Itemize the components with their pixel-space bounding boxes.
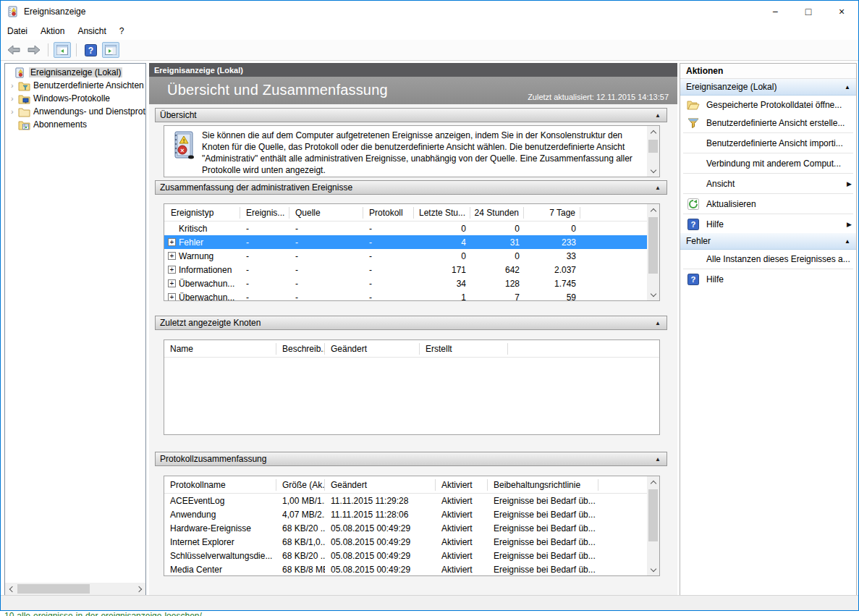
table-row[interactable]: +Überwachun... - - - 1 7 59 [164, 290, 659, 301]
column-header[interactable]: Aktiviert [436, 479, 488, 491]
tree-item-windows-protokolle[interactable]: › Windows-Protokolle [5, 92, 145, 105]
windows-logs-folder-icon [18, 93, 30, 104]
admin-summary-table: Ereignistyp Ereignis... Quelle Protokoll… [164, 203, 660, 301]
column-header[interactable]: Beibehaltungsrichtlinie [488, 479, 598, 491]
minimize-button[interactable]: − [758, 1, 792, 22]
scroll-down-icon[interactable] [647, 164, 659, 177]
scrollbar-thumb[interactable] [648, 140, 658, 153]
tree-horizontal-scrollbar[interactable] [5, 583, 145, 595]
column-header[interactable]: Geändert [325, 479, 436, 491]
actions-group-header-ereignisanzeige[interactable]: Ereignisanzeige (Lokal) ▲ [680, 79, 856, 96]
table-row[interactable]: Internet Explorer 68 KB/1,0... 05.08.201… [164, 535, 659, 549]
expand-icon[interactable]: + [168, 293, 176, 301]
close-button[interactable]: × [825, 1, 858, 22]
scrollbar-thumb[interactable] [648, 217, 658, 274]
table-row[interactable]: Hardware-Ereignisse 68 KB/20 ... 05.08.2… [164, 521, 659, 535]
menu-ansicht[interactable]: Ansicht [71, 24, 112, 38]
action-show-all-instances[interactable]: Alle Instanzen dieses Ereignisses a... [680, 250, 856, 268]
expand-icon[interactable]: + [168, 238, 176, 246]
scroll-up-icon[interactable] [647, 476, 659, 489]
tree-expander-icon[interactable]: › [11, 81, 18, 90]
table-row[interactable]: Anwendung 4,07 MB/2... 11.11.2015 11:28:… [164, 507, 659, 521]
action-help-fehler[interactable]: ? Hilfe [680, 270, 856, 288]
action-open-saved-log[interactable]: Gespeicherte Protokolldatei öffne... [680, 96, 856, 114]
collapse-icon[interactable]: ▲ [655, 320, 662, 326]
forward-button[interactable] [25, 42, 43, 58]
tree-item-ereignisanzeige-lokal[interactable]: › Ereignisanzeige (Lokal) [5, 66, 145, 79]
scroll-down-icon[interactable] [647, 563, 659, 575]
cell: Ereignisse bei Bedarf üb... [488, 537, 598, 547]
action-refresh[interactable]: Aktualisieren [680, 195, 856, 213]
tree-item-abonnements[interactable]: Abonnements [5, 118, 145, 131]
tree-expander-icon[interactable]: › [11, 94, 18, 103]
help-toolbar-button[interactable]: ? [82, 42, 99, 58]
menu-aktion[interactable]: Aktion [34, 24, 71, 38]
column-header[interactable]: Name [164, 343, 276, 355]
expand-icon[interactable]: + [168, 279, 176, 287]
scroll-right-icon[interactable] [133, 583, 145, 595]
recent-nodes-section-header[interactable]: Zuletzt angezeigte Knoten ▲ [155, 316, 667, 330]
scroll-left-icon[interactable] [5, 583, 17, 595]
log-summary-section-header[interactable]: Protokollzusammenfassung ▲ [155, 452, 667, 466]
tree-item-anwendungs-und-dienstprotokolle[interactable]: › Anwendungs- und Dienstprotokolle [5, 105, 145, 118]
menu-help[interactable]: ? [113, 24, 131, 38]
column-header[interactable]: Protokollname [164, 479, 276, 491]
tree-item-benutzerdefinierte-ansichten[interactable]: › Benutzerdefinierte Ansichten [5, 79, 145, 92]
column-header[interactable]: Quelle [289, 207, 363, 219]
expand-icon[interactable]: + [168, 266, 176, 274]
column-header[interactable]: Erstellt [420, 343, 508, 355]
cell: 33 [524, 251, 580, 261]
scroll-down-icon[interactable] [647, 288, 659, 300]
log-summary-scrollbar[interactable] [647, 476, 659, 575]
table-row[interactable]: Media Center 68 KB/8 MB 05.08.2015 00:49… [164, 562, 659, 576]
column-header[interactable]: Ereignistyp [164, 207, 240, 219]
action-connect-to-computer[interactable]: Verbindung mit anderem Comput... [680, 154, 856, 172]
column-header[interactable]: Beschreib... [276, 343, 325, 355]
table-row[interactable]: ACEEventLog 1,00 MB/1... 11.11.2015 11:2… [164, 494, 659, 507]
column-header[interactable]: Größe (Ak... [276, 479, 325, 491]
menu-datei[interactable]: Datei [1, 24, 34, 38]
overview-scrollbar[interactable] [647, 126, 659, 177]
action-label: Benutzerdefinierte Ansicht importi... [706, 138, 852, 148]
scrollbar-thumb[interactable] [17, 584, 90, 594]
table-row[interactable]: +Warnung - - - 0 0 33 [164, 249, 659, 263]
action-pane-toggle-button[interactable] [102, 42, 119, 58]
expand-icon[interactable]: + [168, 252, 176, 260]
tree-item-label: Benutzerdefinierte Ansichten [33, 80, 144, 90]
column-header[interactable]: Geändert [325, 343, 420, 355]
column-header[interactable]: Letzte Stu... [414, 207, 470, 219]
table-row[interactable]: Schlüsselverwaltungsdie... 68 KB/20 ... … [164, 549, 659, 562]
column-header[interactable]: Protokoll [363, 207, 414, 219]
collapse-icon[interactable]: ▲ [845, 238, 850, 245]
collapse-icon[interactable]: ▲ [655, 456, 662, 463]
action-view-submenu[interactable]: Ansicht ▶ [680, 174, 856, 193]
cell: 05.08.2015 00:49:29 [325, 565, 436, 575]
table-row[interactable]: +Informationen - - - 171 642 2.037 [164, 263, 659, 277]
admin-summary-scrollbar[interactable] [647, 204, 659, 300]
scroll-up-icon[interactable] [647, 126, 659, 138]
back-button[interactable] [5, 42, 22, 58]
tree-expander-icon[interactable]: › [11, 107, 18, 116]
admin-summary-section-header[interactable]: Zusammenfassung der administrativen Erei… [155, 180, 667, 195]
table-row[interactable]: +Überwachun... - - - 34 128 1.745 [164, 277, 659, 290]
cell: - [363, 292, 414, 302]
table-row-selected[interactable]: +Fehler - - - 4 31 233 [164, 235, 659, 249]
action-help-submenu[interactable]: ? Hilfe ▶ [680, 215, 856, 233]
cell: 68 KB/20 ... [276, 551, 325, 561]
actions-group-header-fehler[interactable]: Fehler ▲ [680, 233, 856, 250]
scrollbar-thumb[interactable] [648, 489, 658, 541]
collapse-icon[interactable]: ▲ [655, 112, 662, 119]
collapse-icon[interactable]: ▲ [845, 84, 850, 90]
collapse-icon[interactable]: ▲ [655, 185, 662, 191]
column-header[interactable]: 24 Stunden [470, 207, 524, 219]
scroll-up-icon[interactable] [647, 204, 659, 216]
table-row[interactable]: Kritisch - - - 0 0 0 [164, 221, 659, 235]
action-create-custom-view[interactable]: Benutzerdefinierte Ansicht erstelle... [680, 114, 856, 132]
cell: - [289, 279, 363, 289]
overview-section-header[interactable]: Übersicht ▲ [155, 108, 667, 122]
console-tree-toggle-button[interactable] [54, 42, 71, 58]
action-import-custom-view[interactable]: Benutzerdefinierte Ansicht importi... [680, 134, 856, 152]
maximize-button[interactable]: □ [792, 1, 825, 22]
column-header[interactable]: Ereignis... [240, 207, 289, 219]
column-header[interactable]: 7 Tage [524, 207, 580, 219]
